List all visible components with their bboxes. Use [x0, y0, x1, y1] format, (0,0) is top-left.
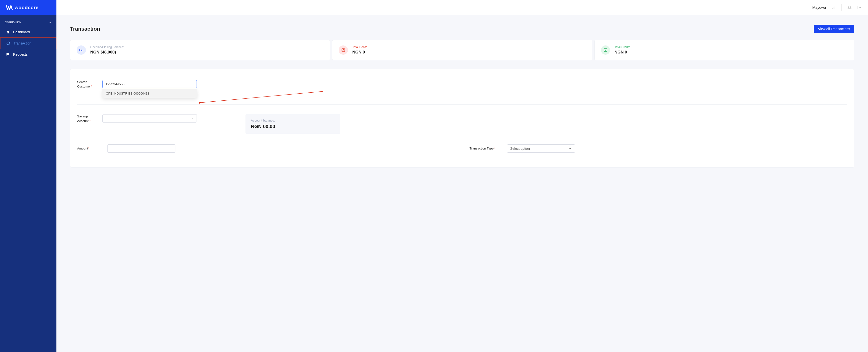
stat-value: NGN (48,000) — [90, 50, 124, 55]
stat-value: NGN 0 — [352, 50, 367, 55]
svg-line-6 — [201, 91, 323, 103]
stat-value: NGN 0 — [615, 50, 630, 55]
transaction-type-label: Transaction Type* — [469, 146, 501, 151]
sidebar-item-label: Dashboard — [13, 30, 30, 34]
transaction-form-card: Search Customer* OPE INDUSTRIES 00000041… — [70, 69, 855, 167]
sidebar-item-requests[interactable]: Requests — [0, 49, 56, 60]
bell-icon[interactable] — [847, 6, 851, 9]
brand-name: woodcore — [14, 5, 38, 10]
sidebar-section-header[interactable]: OVERVIEW — [0, 15, 56, 27]
customer-autocomplete-dropdown: OPE INDUSTRIES 000000418 — [102, 89, 197, 98]
stat-label: Total Debit: — [352, 45, 367, 49]
home-icon — [6, 30, 10, 34]
chevron-down-icon — [49, 21, 52, 24]
stat-label: Total Credit: — [615, 45, 630, 49]
sidebar-section-label: OVERVIEW — [5, 21, 21, 24]
savings-account-label: Savings Account * — [77, 114, 97, 123]
account-balance-box: Account balance: NGN 00.00 — [245, 114, 340, 134]
balance-value: NGN 00.00 — [251, 124, 335, 129]
view-all-transactions-button[interactable]: View all Transactions — [814, 25, 855, 33]
sidebar-item-dashboard[interactable]: Dashboard — [0, 27, 56, 37]
sidebar-item-label: Transaction — [13, 41, 31, 45]
search-customer-input[interactable] — [102, 80, 197, 88]
refresh-icon — [6, 41, 10, 45]
chat-icon — [6, 53, 10, 56]
svg-rect-1 — [80, 49, 83, 51]
topbar-divider — [841, 4, 842, 11]
balance-icon — [76, 45, 86, 55]
chevron-down-icon — [191, 117, 194, 120]
user-block[interactable]: Mayowa — [812, 5, 826, 10]
chevron-down-icon — [568, 147, 572, 150]
woodcore-logo-icon — [6, 5, 13, 10]
transaction-type-select[interactable]: Select option — [507, 145, 575, 153]
select-placeholder: Select option — [510, 147, 530, 151]
sidebar-item-label: Requests — [13, 53, 28, 56]
credit-icon — [601, 45, 610, 55]
user-name: Mayowa — [812, 5, 826, 10]
stat-opening-closing-balance: Opening/Closing Balance: NGN (48,000) — [70, 40, 330, 60]
sidebar-item-transaction[interactable]: Transaction — [0, 37, 56, 49]
stat-total-debit: Total Debit: NGN 0 — [332, 40, 592, 60]
logout-icon[interactable] — [857, 6, 861, 9]
annotation-arrow — [199, 91, 325, 105]
debit-icon — [339, 45, 348, 55]
savings-account-select[interactable] — [102, 114, 197, 123]
brand-logo[interactable]: woodcore — [0, 0, 56, 15]
topbar: Mayowa — [56, 0, 868, 15]
sidebar: woodcore OVERVIEW Dashboard Transaction … — [0, 0, 56, 352]
svg-point-2 — [81, 50, 82, 51]
edit-icon[interactable] — [832, 6, 836, 9]
search-customer-label: Search Customer* — [77, 80, 97, 89]
stat-label: Opening/Closing Balance: — [90, 45, 124, 49]
customer-autocomplete-option[interactable]: OPE INDUSTRIES 000000418 — [102, 89, 197, 98]
amount-label: Amount* — [77, 146, 101, 151]
page-title: Transaction — [70, 26, 100, 32]
balance-label: Account balance: — [251, 119, 335, 122]
amount-input[interactable] — [107, 145, 176, 153]
stat-total-credit: Total Credit: NGN 0 — [594, 40, 855, 60]
